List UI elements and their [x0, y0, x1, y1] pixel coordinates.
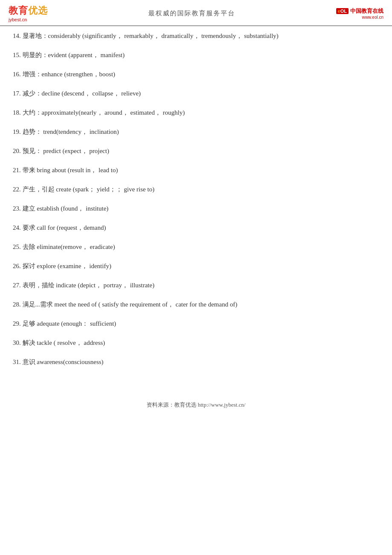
entry-text: 18. 大约：approximately(nearly， around， est… [13, 109, 185, 116]
entry-text: 28. 满足...需求 meet the need of ( satisfy t… [13, 301, 237, 308]
eol-icon: eOL [336, 8, 349, 14]
entry-text: 17. 减少：decline (descend， collapse， relie… [13, 90, 141, 97]
entry-text: 27. 表明，描绘 indicate (depict， portray， ill… [13, 282, 154, 289]
header-title: 最权威的国际教育服务平台 [148, 9, 235, 17]
entry-text: 20. 预见： predict (expect， project) [13, 147, 109, 154]
main-content: 14. 显著地：considerably (significantly， rem… [0, 26, 392, 388]
list-item: 20. 预见： predict (expect， project) [13, 145, 379, 157]
logo-url: jybest.cn [9, 17, 27, 22]
list-item: 31. 意识 awareness(consciousness) [13, 356, 379, 368]
list-item: 27. 表明，描绘 indicate (depict， portray， ill… [13, 280, 379, 291]
page-header: 教育优选 jybest.cn 最权威的国际教育服务平台 eOL 中国教育在线 w… [0, 0, 392, 26]
entry-text: 15. 明显的：evident (apparent， manifest) [13, 52, 124, 58]
list-item: 26. 探讨 explore (examine， identify) [13, 260, 379, 272]
entry-number: 14. 显著地：considerably (significantly， rem… [13, 32, 279, 39]
list-item: 15. 明显的：evident (apparent， manifest) [13, 49, 379, 61]
list-item: 29. 足够 adequate (enough： sufficient) [13, 318, 379, 330]
list-item: 30. 解决 tackle ( resolve， address) [13, 337, 379, 349]
entry-text: 31. 意识 awareness(consciousness) [13, 358, 104, 365]
entry-text: 21. 带来 bring about (result in， lead to) [13, 167, 118, 173]
list-item: 19. 趋势： trend(tendency， inclination) [13, 126, 379, 138]
logo-youxuan: 优选 [28, 5, 48, 16]
entry-text: 19. 趋势： trend(tendency， inclination) [13, 128, 119, 135]
logo-jybest: 教育优选 [9, 4, 48, 17]
list-item: 21. 带来 bring about (result in， lead to) [13, 165, 379, 176]
footer: 资料来源：教育优选 http://www.jybest.cn/ [0, 401, 392, 409]
eol-url: www.eol.cn [362, 15, 383, 20]
list-item: 14. 显著地：considerably (significantly， rem… [13, 30, 379, 42]
entry-text: 22. 产生，引起 create (spark； yield；； give ri… [13, 186, 154, 193]
list-item: 18. 大约：approximately(nearly， around， est… [13, 107, 379, 119]
entry-text: 29. 足够 adequate (enough： sufficient) [13, 320, 116, 327]
entry-text: 30. 解决 tackle ( resolve， address) [13, 339, 105, 346]
entry-text: 23. 建立 establish (found， institute) [13, 205, 109, 212]
list-item: 22. 产生，引起 create (spark； yield；； give ri… [13, 184, 379, 195]
list-item: 28. 满足...需求 meet the need of ( satisfy t… [13, 299, 379, 310]
eol-brand: 中国教育在线 [350, 7, 383, 15]
list-item: 25. 去除 eliminate(remove， eradicate) [13, 241, 379, 253]
list-item: 16. 增强：enhance (strengthen，boost) [13, 69, 379, 80]
entry-text: 25. 去除 eliminate(remove， eradicate) [13, 243, 115, 250]
footer-text: 资料来源：教育优选 http://www.jybest.cn/ [147, 402, 245, 408]
logo-right: eOL 中国教育在线 www.eol.cn [336, 7, 383, 20]
list-item: 17. 减少：decline (descend， collapse， relie… [13, 88, 379, 99]
entry-text: 16. 增强：enhance (strengthen，boost) [13, 71, 115, 78]
entry-text: 26. 探讨 explore (examine， identify) [13, 263, 111, 269]
entry-text: 24. 要求 call for (request，demand) [13, 224, 106, 231]
eol-logo: eOL 中国教育在线 [336, 7, 383, 15]
list-item: 24. 要求 call for (request，demand) [13, 222, 379, 234]
logo-edu: 教育 [9, 5, 28, 16]
logo-left: 教育优选 jybest.cn [9, 4, 48, 22]
list-item: 23. 建立 establish (found， institute) [13, 203, 379, 214]
